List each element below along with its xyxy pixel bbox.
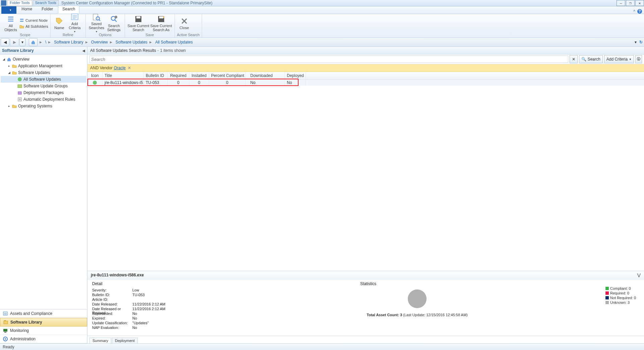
results-header: All Software Updates Search Results - 1 … — [87, 47, 644, 55]
ribbon-collapse-icon[interactable]: ^ — [633, 9, 635, 14]
remove-criteria-icon[interactable]: ✕ — [128, 66, 131, 70]
tree-node-software-update-groups[interactable]: Software Update Groups — [1, 83, 86, 89]
chevron-down-icon: ▼ — [9, 9, 12, 12]
address-dropdown-icon[interactable]: ▾ — [635, 40, 637, 45]
col-bulletin[interactable]: Bulletin ID — [144, 72, 168, 79]
forward-button[interactable]: ▶ — [10, 38, 19, 46]
total-asset-count: Total Asset Count: 3 (Last Update: 12/15… — [367, 313, 467, 317]
tree-toggle-icon[interactable]: ◢ — [2, 58, 5, 61]
all-subfolders-button[interactable]: All Subfolders — [19, 23, 48, 29]
current-node-button[interactable]: Current Node — [19, 17, 48, 23]
auto-icon — [17, 97, 22, 102]
help-icon[interactable]: ? — [637, 9, 642, 14]
nav-tree: ◢Overview▸Application Management◢Softwar… — [0, 55, 87, 309]
workspace-assets-and-compliance[interactable]: Assets and Compliance — [0, 310, 87, 318]
svg-rect-1 — [20, 21, 23, 22]
details-pane: jre-8u111-windows-i586.exe ⋁ Detail Seve… — [87, 271, 644, 343]
all-objects-button[interactable]: All Objects — [2, 14, 19, 32]
tree-node-deployment-packages[interactable]: Deployment Packages — [1, 89, 86, 96]
collapse-nav-icon[interactable]: ◀ — [82, 49, 85, 53]
saved-searches-button[interactable]: Saved Searches▾ — [88, 14, 105, 32]
col-required[interactable]: Required — [168, 72, 189, 79]
tree-node-software-updates[interactable]: ◢Software Updates — [1, 69, 86, 76]
details-tab-summary[interactable]: Summary — [89, 338, 111, 343]
ribbon-group-refine: Name Add Criteria▾ Refine — [51, 14, 86, 37]
details-tab-deployment[interactable]: Deployment — [112, 338, 138, 343]
details-collapse-icon[interactable]: ⋁ — [637, 273, 641, 277]
search-icon: 🔍 — [581, 57, 586, 62]
save-current-search-button[interactable]: Save Current Search — [127, 14, 150, 32]
tree-toggle-icon[interactable]: ▸ — [7, 104, 11, 108]
expand-criteria-button[interactable]: ⦿ — [635, 55, 642, 63]
monitor-icon — [3, 328, 8, 333]
col-installed[interactable]: Installed — [189, 72, 209, 79]
tree-node-overview[interactable]: ◢Overview — [1, 56, 86, 63]
stats-heading: Statistics — [360, 281, 376, 286]
tree-node-all-software-updates[interactable]: All Software Updates — [1, 76, 86, 83]
tree-toggle-icon[interactable]: ◢ — [7, 71, 11, 74]
criteria-vendor-link[interactable]: Oracle — [114, 66, 126, 70]
close-search-button[interactable]: Close — [177, 14, 192, 32]
minimize-button[interactable]: — — [617, 0, 625, 6]
svg-rect-15 — [3, 312, 7, 315]
save-as-icon — [157, 15, 165, 23]
detail-field: Date Released or Revised:11/22/2016 2:12… — [92, 307, 293, 312]
col-percent[interactable]: Percent Compliant — [209, 72, 246, 79]
folder-icon — [12, 70, 17, 75]
update-icon — [17, 77, 22, 82]
app-icon — [1, 0, 6, 6]
back-button[interactable]: ◀ — [1, 38, 9, 46]
ribbon-tab-search[interactable]: Search — [58, 6, 79, 14]
breadcrumb-overview[interactable]: Overview — [91, 40, 108, 45]
search-settings-icon — [110, 15, 118, 23]
save-current-search-as-button[interactable]: Save Current Search As — [150, 14, 173, 32]
svg-rect-13 — [18, 92, 21, 94]
tree-node-automatic-deployment-rules[interactable]: Automatic Deployment Rules — [1, 96, 86, 103]
ribbon-tab-folder[interactable]: Folder — [37, 6, 57, 14]
restore-button[interactable]: ❐ — [626, 0, 635, 6]
search-input[interactable] — [89, 56, 568, 63]
svg-rect-2 — [71, 14, 78, 20]
col-icon[interactable]: Icon — [87, 72, 103, 79]
breadcrumb-sep: ▶ — [40, 40, 42, 44]
add-criteria-button[interactable]: Add Criteria▾ — [66, 14, 83, 32]
svg-rect-19 — [4, 332, 6, 333]
table-row[interactable]: jre-8u111-windows-i5… TU-053 0 0 0 No No — [87, 80, 644, 86]
refresh-icon[interactable]: ↻ — [639, 40, 643, 45]
detail-field: NAP Evaluation:No — [92, 326, 293, 330]
col-title[interactable]: Title — [103, 72, 144, 79]
breadcrumb-all-software-updates[interactable]: All Software Updates — [155, 40, 193, 45]
ribbon-group-scope: All Objects Current Node All Subfolders … — [0, 14, 51, 37]
tree-node-application-management[interactable]: ▸Application Management — [1, 63, 86, 69]
ribbon-group-active-search: Close Active Search — [175, 14, 202, 37]
search-settings-button[interactable]: Search Settings — [105, 14, 123, 32]
ribbon-tab-home[interactable]: Home — [17, 6, 37, 14]
file-tab[interactable]: ▼ — [1, 6, 16, 14]
recent-dropdown[interactable]: ▾ — [19, 38, 25, 46]
results-grid: Icon Title Bulletin ID Required Installe… — [87, 72, 644, 271]
breadcrumb-software-library[interactable]: Software Library — [54, 40, 83, 45]
breadcrumb-software-updates[interactable]: Software Updates — [116, 40, 147, 45]
tree-toggle-icon[interactable]: ▸ — [7, 64, 11, 68]
name-button[interactable]: Name — [53, 14, 66, 32]
add-criteria-dropdown[interactable]: Add Criteria▼ — [604, 55, 634, 63]
workspace-administration[interactable]: Administration — [0, 335, 87, 343]
context-tab-search-tools[interactable]: Search Tools — [33, 0, 59, 6]
clear-search-button[interactable]: ✕ — [570, 55, 578, 63]
legend-item: Not Required: 0 — [605, 295, 636, 300]
svg-point-21 — [5, 338, 6, 340]
ribbon-group-save: Save Current Search Save Current Search … — [125, 14, 175, 37]
all-objects-icon — [7, 15, 15, 23]
close-window-button[interactable]: ✕ — [635, 0, 644, 6]
breadcrumb-root[interactable]: \ — [45, 40, 46, 45]
tag-icon — [55, 17, 63, 25]
svg-rect-0 — [20, 19, 23, 20]
search-button[interactable]: 🔍Search — [579, 55, 603, 63]
col-deployed[interactable]: Deployed — [285, 72, 306, 79]
workspace-software-library[interactable]: Software Library — [0, 318, 87, 327]
tree-node-operating-systems[interactable]: ▸Operating Systems — [1, 103, 86, 109]
workspace-monitoring[interactable]: Monitoring — [0, 327, 87, 335]
home-nav-button[interactable] — [29, 38, 38, 46]
col-downloaded[interactable]: Downloaded — [246, 72, 285, 79]
context-tab-folder-tools[interactable]: Folder Tools — [7, 0, 32, 6]
